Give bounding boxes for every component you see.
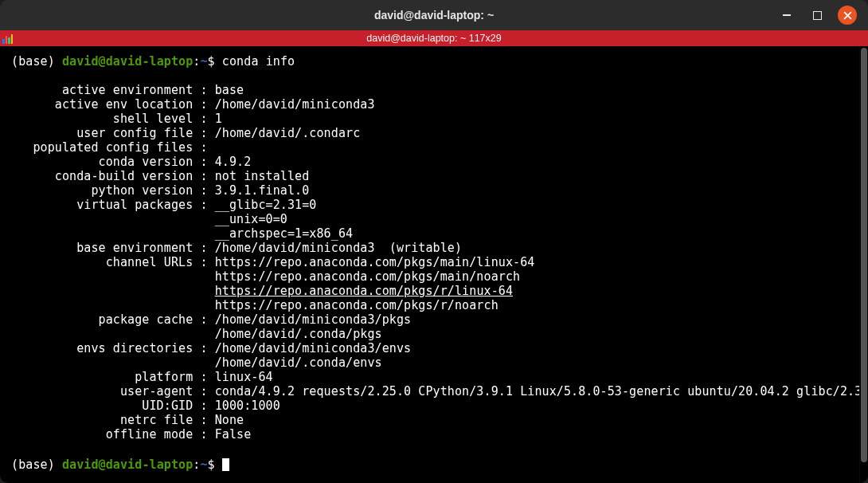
minimize-button[interactable] <box>777 6 796 25</box>
terminal-output[interactable]: (base) david@david-laptop:~$ conda info … <box>0 46 859 483</box>
maximize-button[interactable] <box>807 6 827 25</box>
window-controls <box>777 0 863 30</box>
terminal-tabstrip: david@david-laptop: ~ 117x29 <box>0 30 868 46</box>
close-button[interactable] <box>838 6 857 25</box>
terminal-tab-label[interactable]: david@david-laptop: ~ 117x29 <box>0 33 868 44</box>
text-cursor <box>222 458 229 471</box>
scrollbar[interactable] <box>859 46 868 483</box>
terminal-window: david@david-laptop: ~ david@david-laptop… <box>0 0 868 483</box>
terminal-viewport: (base) david@david-laptop:~$ conda info … <box>0 46 868 483</box>
window-title: david@david-laptop: ~ <box>0 9 868 22</box>
window-titlebar[interactable]: david@david-laptop: ~ <box>0 0 868 30</box>
scrollbar-thumb[interactable] <box>861 48 867 462</box>
close-icon <box>843 11 852 20</box>
